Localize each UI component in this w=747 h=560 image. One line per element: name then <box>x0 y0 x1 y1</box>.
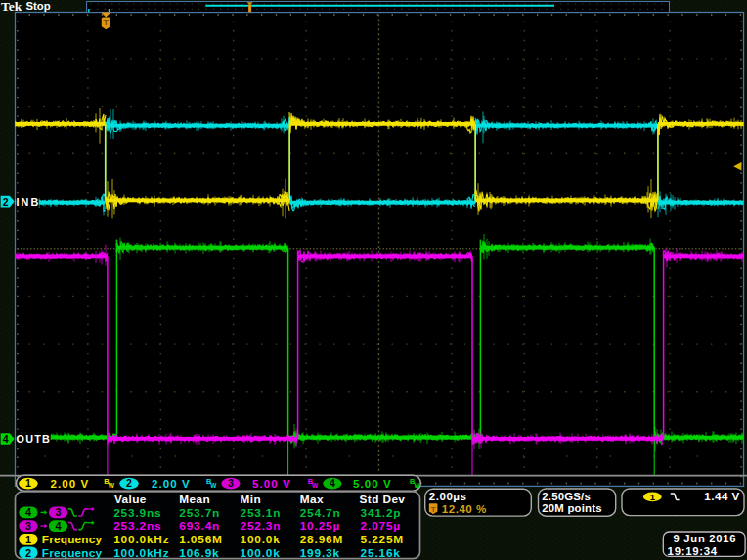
svg-text:341.2p: 341.2p <box>361 506 402 520</box>
svg-text:253.1n: 253.1n <box>241 506 282 520</box>
svg-text:9 Jun 2016: 9 Jun 2016 <box>674 533 737 544</box>
svg-text:19:19:34: 19:19:34 <box>668 545 718 557</box>
svg-text:2.50GS/s: 2.50GS/s <box>542 491 591 502</box>
svg-text:4: 4 <box>25 506 31 518</box>
svg-text:W: W <box>210 482 217 489</box>
svg-text:5.00 V: 5.00 V <box>353 478 392 490</box>
svg-text:4: 4 <box>55 520 61 532</box>
svg-text:100.0k: 100.0k <box>241 546 281 560</box>
svg-text:Frequency: Frequency <box>42 546 103 560</box>
svg-text:2.00µs: 2.00µs <box>429 490 467 502</box>
svg-text:Min: Min <box>241 493 262 506</box>
svg-text:W: W <box>414 482 420 489</box>
svg-text:T: T <box>431 505 436 514</box>
svg-text:1.44 V: 1.44 V <box>704 490 740 502</box>
svg-text:1: 1 <box>25 534 31 545</box>
svg-text:253.2ns: 253.2ns <box>113 519 161 533</box>
svg-text:2: 2 <box>3 196 9 208</box>
svg-text:W: W <box>312 482 319 489</box>
svg-text:Tek: Tek <box>1 0 22 14</box>
svg-text:T: T <box>104 18 110 27</box>
svg-text:OUTB: OUTB <box>17 433 51 445</box>
svg-text:25.16k: 25.16k <box>361 546 401 560</box>
svg-text:1: 1 <box>650 492 656 502</box>
svg-text:4: 4 <box>3 433 9 445</box>
svg-text:254.7n: 254.7n <box>300 506 341 520</box>
svg-text:4: 4 <box>330 477 335 489</box>
svg-text:693.4n: 693.4n <box>179 519 220 533</box>
svg-text:100.0kHz: 100.0kHz <box>113 546 169 560</box>
svg-text:100.0k: 100.0k <box>241 533 281 546</box>
svg-text:106.9k: 106.9k <box>179 546 219 560</box>
svg-text:10.25µ: 10.25µ <box>300 519 340 533</box>
svg-text:199.3k: 199.3k <box>300 546 340 560</box>
svg-text:2: 2 <box>126 477 132 489</box>
svg-text:2: 2 <box>25 547 31 559</box>
svg-text:28.96M: 28.96M <box>300 533 343 546</box>
svg-text:Value: Value <box>114 493 147 506</box>
svg-text:1.056M: 1.056M <box>179 533 222 546</box>
svg-text:5.00 V: 5.00 V <box>252 478 291 490</box>
svg-text:3: 3 <box>228 477 234 489</box>
svg-text:2.075µ: 2.075µ <box>361 519 401 533</box>
svg-text:3: 3 <box>55 506 61 518</box>
svg-text:253.7n: 253.7n <box>179 506 220 520</box>
svg-text:Stop: Stop <box>26 0 51 12</box>
svg-text:Max: Max <box>300 493 324 506</box>
svg-text:3: 3 <box>25 520 31 532</box>
svg-text:252.3n: 252.3n <box>241 519 282 533</box>
svg-text:Mean: Mean <box>179 493 210 506</box>
svg-text:5.225M: 5.225M <box>361 533 404 546</box>
svg-text:W: W <box>109 482 115 489</box>
svg-text:1: 1 <box>25 477 31 489</box>
svg-text:2.00 V: 2.00 V <box>152 478 191 490</box>
svg-text:Frequency: Frequency <box>42 533 103 546</box>
svg-text:INB: INB <box>17 196 41 208</box>
svg-text:12.40 %: 12.40 % <box>442 502 487 515</box>
svg-text:253.9ns: 253.9ns <box>113 506 161 520</box>
svg-text:2.00 V: 2.00 V <box>51 478 90 490</box>
svg-text:100.0kHz: 100.0kHz <box>113 533 169 546</box>
svg-text:Std Dev: Std Dev <box>360 493 406 506</box>
svg-text:20M points: 20M points <box>542 502 602 514</box>
